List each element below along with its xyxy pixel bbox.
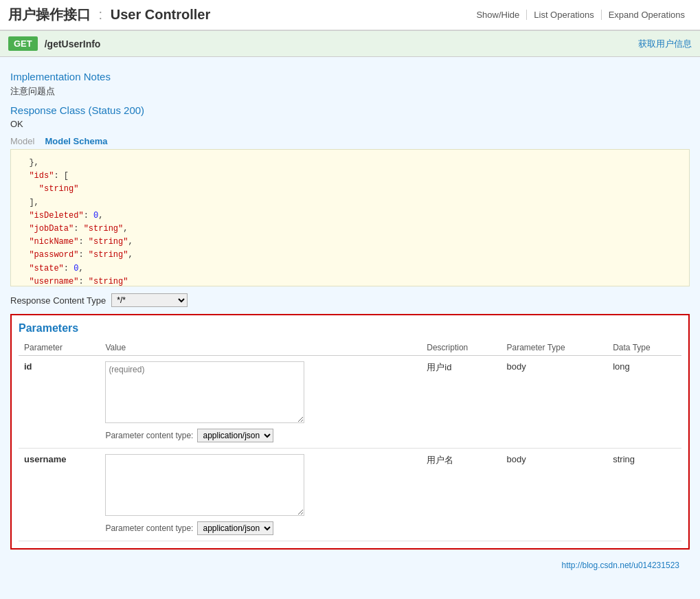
- code-line: "password": "string",: [19, 249, 681, 262]
- param-content-type-select-username[interactable]: application/json text/plain: [197, 521, 273, 535]
- get-bar: GET /getUserInfo 获取用户信息: [0, 30, 700, 57]
- model-row: Model Model Schema: [10, 136, 690, 146]
- param-name-id: id: [24, 361, 32, 372]
- code-line: "string": [19, 183, 681, 196]
- param-type-id: body: [501, 356, 608, 449]
- expand-operations-link[interactable]: Expand Operations: [602, 10, 692, 20]
- get-description: 获取用户信息: [638, 38, 692, 50]
- param-content-type-label-username: Parameter content type:: [105, 523, 193, 533]
- col-description: Description: [421, 340, 501, 356]
- header-nav: Show/Hide List Operations Expand Operati…: [469, 10, 692, 20]
- col-parameter-type: Parameter Type: [501, 340, 608, 356]
- parameters-section: Parameters Parameter Value Description P…: [10, 314, 690, 550]
- code-line: "isDeleted": 0,: [19, 210, 681, 223]
- param-type-username: body: [501, 449, 608, 541]
- footer: http://blog.csdn.net/u014231523: [10, 556, 690, 574]
- param-name-username: username: [24, 454, 66, 464]
- list-operations-link[interactable]: List Operations: [527, 10, 601, 20]
- param-content-type-label-id: Parameter content type:: [105, 431, 193, 440]
- title-chinese: 用户操作接口: [8, 7, 91, 22]
- code-line: },: [19, 157, 681, 170]
- code-line: "state": 0,: [19, 262, 681, 275]
- param-content-type-row-id: Parameter content type: application/json…: [105, 429, 416, 442]
- header: 用户操作接口 : User Controller Show/Hide List …: [0, 0, 700, 30]
- response-content-type-label: Response Content Type: [10, 295, 106, 306]
- get-badge: GET: [8, 36, 38, 51]
- show-hide-link[interactable]: Show/Hide: [469, 10, 527, 20]
- main-content: Implementation Notes 注意问题点 Response Clas…: [0, 57, 700, 599]
- param-datatype-username: string: [607, 449, 681, 541]
- implementation-notes-subtitle: 注意问题点: [10, 85, 690, 98]
- col-parameter: Parameter: [19, 340, 100, 356]
- col-data-type: Data Type: [607, 340, 681, 356]
- get-path: /getUserInfo: [45, 38, 101, 49]
- param-value-id-input[interactable]: [105, 361, 304, 423]
- get-bar-left: GET /getUserInfo: [8, 36, 100, 51]
- param-datatype-id: long: [607, 356, 681, 449]
- col-value: Value: [100, 340, 421, 356]
- footer-url: http://blog.csdn.net/u014231523: [562, 561, 679, 570]
- model-schema-label[interactable]: Model Schema: [45, 136, 107, 146]
- response-class-status: OK: [10, 119, 690, 129]
- param-value-username-input[interactable]: [105, 454, 304, 516]
- table-header-row: Parameter Value Description Parameter Ty…: [19, 340, 681, 356]
- code-line: "username": "string": [19, 275, 681, 286]
- code-line: ],: [19, 196, 681, 210]
- param-desc-username: 用户名: [421, 449, 501, 541]
- title-english: User Controller: [111, 7, 211, 22]
- title-separator: :: [99, 7, 103, 22]
- code-block[interactable]: }, "ids": [ "string" ], "isDeleted": 0, …: [10, 149, 690, 286]
- implementation-notes-title: Implementation Notes: [10, 71, 690, 82]
- code-line: "nickName": "string",: [19, 236, 681, 249]
- table-row: id Parameter content type: application/j…: [19, 356, 681, 449]
- model-label: Model: [10, 136, 34, 146]
- response-class-title: Response Class (Status 200): [10, 104, 690, 116]
- response-class-section: Response Class (Status 200) OK: [10, 104, 690, 129]
- response-content-type-row: Response Content Type */* application/js…: [10, 293, 690, 307]
- implementation-notes-section: Implementation Notes 注意问题点: [10, 71, 690, 98]
- code-line: "ids": [: [19, 170, 681, 183]
- table-row: username Parameter content type: applica…: [19, 449, 681, 541]
- code-line: "jobData": "string",: [19, 223, 681, 236]
- response-content-type-select[interactable]: */* application/json text/plain: [111, 293, 188, 307]
- param-content-type-select-id[interactable]: application/json text/plain: [197, 429, 273, 442]
- parameters-table: Parameter Value Description Parameter Ty…: [19, 340, 681, 541]
- param-content-type-row-username: Parameter content type: application/json…: [105, 521, 416, 535]
- param-desc-id: 用户id: [421, 356, 501, 449]
- page-title: 用户操作接口 : User Controller: [8, 5, 210, 24]
- parameters-title: Parameters: [19, 322, 681, 335]
